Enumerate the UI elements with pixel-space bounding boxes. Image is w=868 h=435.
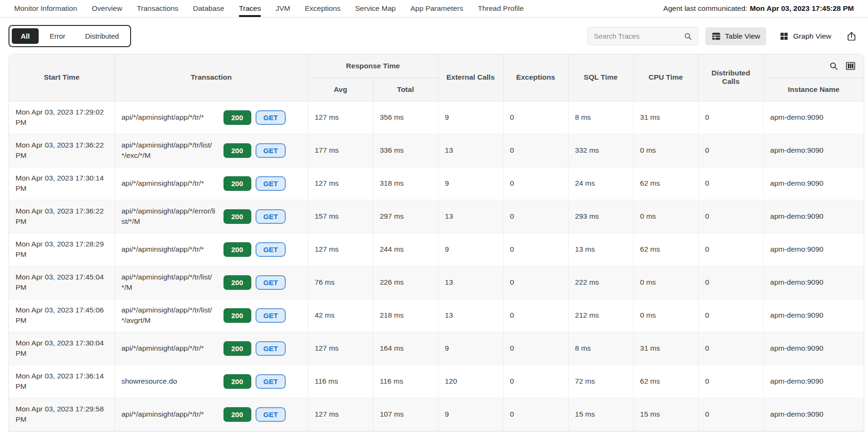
filter-error-button[interactable]: Error — [41, 28, 74, 44]
transaction-name[interactable]: api/*/apminsight/app/*/tr/* — [122, 244, 216, 254]
trace-row[interactable]: Mon Apr 03, 2023 17:28:29 PM api/*/apmin… — [9, 233, 864, 266]
export-share-icon — [846, 31, 857, 41]
transaction-cell: api/*/apminsight/app/*/tr/* 200 GET — [115, 398, 308, 431]
exceptions-value: 0 — [510, 245, 514, 253]
transaction-name[interactable]: api/*/apminsight/app/*/tr/list/*/exc/*/M — [122, 140, 216, 160]
table-search-button[interactable] — [829, 61, 838, 71]
start-time-cell: Mon Apr 03, 2023 17:45:06 PM — [9, 299, 115, 332]
start-time-value: Mon Apr 03, 2023 17:28:29 PM — [16, 239, 108, 259]
cpu-time-cell: 31 ms — [633, 332, 698, 365]
nav-tab-app-parameters[interactable]: App Parameters — [410, 0, 463, 17]
transaction-name[interactable]: api/*/apminsight/app/*/tr/list/*/M — [122, 272, 216, 292]
trace-row[interactable]: Mon Apr 03, 2023 17:45:06 PM api/*/apmin… — [9, 299, 864, 332]
exceptions-value: 0 — [510, 311, 514, 319]
traces-table: Start Time Transaction Response Time Ext… — [8, 54, 864, 432]
column-header-start-time[interactable]: Start Time — [9, 54, 115, 101]
column-header-avg[interactable]: Avg — [308, 78, 373, 101]
column-header-transaction[interactable]: Transaction — [115, 54, 308, 101]
column-header-exceptions[interactable]: Exceptions — [503, 54, 568, 101]
distributed-calls-cell: 0 — [698, 299, 763, 332]
method-badge: GET — [256, 176, 286, 191]
distributed-calls-cell: 0 — [698, 134, 763, 167]
transaction-name[interactable]: api/*/apminsight/app/*/tr/* — [122, 112, 216, 123]
nav-tab-database[interactable]: Database — [193, 0, 224, 17]
distributed-calls-cell: 0 — [698, 101, 763, 134]
total-response-cell: 356 ms — [373, 101, 438, 134]
instance-name-cell: apm-demo:9090 — [763, 101, 864, 134]
total-response-value: 318 ms — [380, 179, 404, 187]
transaction-name[interactable]: api/*/apminsight/app/*/tr/* — [122, 343, 216, 353]
instance-name-value: apm-demo:9090 — [770, 113, 824, 121]
exceptions-cell: 0 — [503, 134, 568, 167]
trace-row[interactable]: Mon Apr 03, 2023 17:30:14 PM api/*/apmin… — [9, 167, 864, 200]
exceptions-value: 0 — [510, 278, 514, 286]
search-traces-box[interactable] — [587, 27, 698, 45]
search-traces-input[interactable] — [593, 32, 684, 41]
trace-row[interactable]: Mon Apr 03, 2023 17:30:04 PM api/*/apmin… — [9, 332, 864, 365]
graph-view-icon — [779, 32, 789, 41]
agent-last-communicated-value: Mon Apr 03, 2023 17:45:28 PM — [750, 4, 854, 13]
cpu-time-cell: 15 ms — [633, 398, 698, 431]
trace-table-body: Mon Apr 03, 2023 17:29:02 PM api/*/apmin… — [9, 101, 864, 431]
trace-row[interactable]: Mon Apr 03, 2023 17:36:22 PM api/*/apmin… — [9, 134, 864, 167]
column-header-cpu-time[interactable]: CPU Time — [633, 54, 698, 101]
transaction-cell: api/*/apminsight/app/*/tr/list/*/exc/*/M… — [115, 134, 308, 167]
transaction-cell: api/*/apminsight/app/*/tr/list/*/M 200 G… — [115, 266, 308, 299]
trace-row[interactable]: Mon Apr 03, 2023 17:36:14 PM showresourc… — [9, 365, 864, 398]
transaction-name[interactable]: showresource.do — [122, 376, 216, 386]
instance-name-value: apm-demo:9090 — [770, 311, 824, 319]
distributed-calls-value: 0 — [705, 212, 710, 220]
instance-name-cell: apm-demo:9090 — [763, 167, 864, 200]
sql-time-value: 15 ms — [575, 410, 595, 418]
column-header-instance-name[interactable]: Instance Name — [763, 78, 864, 101]
exceptions-value: 0 — [510, 179, 514, 187]
column-header-sql-time[interactable]: SQL Time — [568, 54, 633, 101]
sql-time-cell: 8 ms — [568, 101, 633, 134]
external-calls-cell: 9 — [438, 167, 503, 200]
transaction-cell: api/*/apminsight/app/*/error/list/*/M 20… — [115, 200, 308, 233]
table-view-button[interactable]: Table View — [705, 27, 767, 45]
sql-time-value: 8 ms — [575, 113, 591, 121]
start-time-value: Mon Apr 03, 2023 17:45:06 PM — [16, 305, 108, 325]
distributed-calls-cell: 0 — [698, 167, 763, 200]
exceptions-cell: 0 — [503, 101, 568, 134]
nav-tab-monitor-information[interactable]: Monitor Information — [14, 0, 77, 17]
transaction-cell: api/*/apminsight/app/*/tr/* 200 GET — [115, 233, 308, 266]
transaction-name[interactable]: api/*/apminsight/app/*/error/list/*/M — [122, 206, 216, 226]
column-header-total[interactable]: Total — [373, 78, 438, 101]
trace-row[interactable]: Mon Apr 03, 2023 17:45:04 PM api/*/apmin… — [9, 266, 864, 299]
method-badge: GET — [256, 374, 286, 389]
table-view-label: Table View — [725, 32, 761, 41]
table-tools-cell — [763, 54, 864, 78]
instance-name-cell: apm-demo:9090 — [763, 398, 864, 431]
nav-tab-transactions[interactable]: Transactions — [137, 0, 178, 17]
cpu-time-cell: 62 ms — [633, 167, 698, 200]
column-header-distributed-calls[interactable]: Distributed Calls — [698, 54, 763, 101]
nav-tab-traces[interactable]: Traces — [239, 0, 261, 17]
filter-distributed-button[interactable]: Distributed — [76, 28, 128, 44]
nav-tab-jvm[interactable]: JVM — [275, 0, 290, 17]
nav-tab-overview[interactable]: Overview — [92, 0, 123, 17]
instance-name-value: apm-demo:9090 — [770, 344, 824, 352]
start-time-cell: Mon Apr 03, 2023 17:29:02 PM — [9, 101, 115, 134]
exceptions-cell: 0 — [503, 266, 568, 299]
nav-tab-exceptions[interactable]: Exceptions — [305, 0, 340, 17]
nav-tab-thread-profile[interactable]: Thread Profile — [478, 0, 523, 17]
avg-response-cell: 127 ms — [308, 233, 373, 266]
status-badge: 200 — [223, 242, 251, 257]
start-time-value: Mon Apr 03, 2023 17:30:04 PM — [16, 338, 108, 358]
search-icon[interactable] — [684, 32, 692, 41]
nav-tab-service-map[interactable]: Service Map — [355, 0, 396, 17]
status-badge: 200 — [223, 308, 251, 323]
trace-row[interactable]: Mon Apr 03, 2023 17:29:02 PM api/*/apmin… — [9, 101, 864, 134]
filter-all-button[interactable]: All — [12, 28, 39, 44]
column-settings-button[interactable] — [846, 61, 855, 71]
transaction-name[interactable]: api/*/apminsight/app/*/tr/* — [122, 178, 216, 189]
graph-view-button[interactable]: Graph View — [773, 27, 837, 45]
export-button[interactable] — [844, 29, 859, 43]
transaction-name[interactable]: api/*/apminsight/app/*/tr/* — [122, 409, 216, 419]
trace-row[interactable]: Mon Apr 03, 2023 17:36:22 PM api/*/apmin… — [9, 200, 864, 233]
transaction-name[interactable]: api/*/apminsight/app/*/tr/list/*/avgrt/M — [122, 305, 216, 325]
trace-row[interactable]: Mon Apr 03, 2023 17:29:58 PM api/*/apmin… — [9, 398, 864, 431]
column-header-external-calls[interactable]: External Calls — [438, 54, 503, 101]
